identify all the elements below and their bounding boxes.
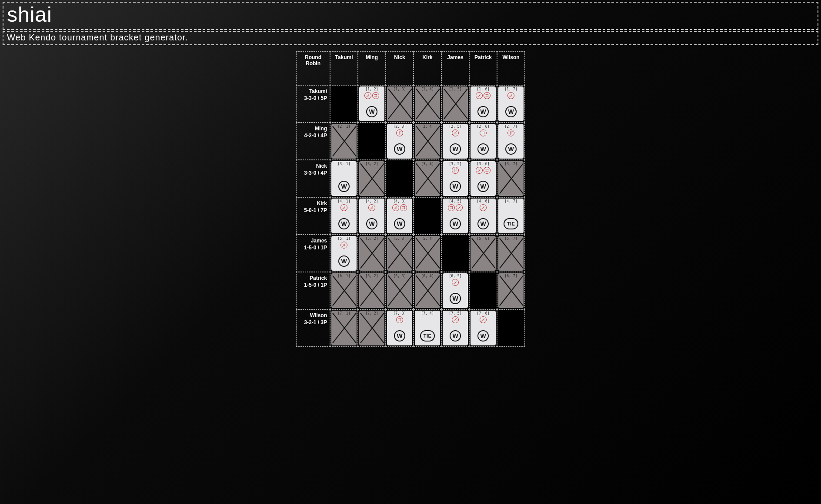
- result-badge: W: [338, 255, 350, 267]
- match-cell[interactable]: [4, 2]メW: [358, 197, 386, 235]
- match-coord: [5, 6]: [477, 237, 490, 241]
- match-cell[interactable]: [6, 2]: [358, 272, 386, 309]
- match-coord: [1, 6]: [477, 87, 490, 91]
- points-row: ド: [507, 129, 514, 137]
- match-cell[interactable]: [3, 7]: [497, 160, 525, 197]
- points-row: メ: [368, 204, 375, 212]
- match-cell[interactable]: [7, 2]: [358, 309, 386, 347]
- match-cell[interactable]: [3, 6]メコW: [469, 160, 497, 197]
- result-badge: W: [450, 330, 461, 342]
- match-cell[interactable]: [4, 1]メW: [330, 197, 358, 235]
- result-badge: W: [394, 218, 405, 229]
- match-cell[interactable]: [5, 3]: [386, 235, 414, 272]
- result-badge: W: [338, 218, 350, 229]
- points-row: ド: [452, 167, 459, 175]
- match-cell[interactable]: [6, 7]: [497, 272, 525, 309]
- match-cell[interactable]: [5, 7]: [497, 235, 525, 272]
- match-cell[interactable]: [5, 2]: [358, 235, 386, 272]
- match-cell[interactable]: [7, 6]メW: [469, 309, 497, 347]
- result-badge: W: [450, 181, 461, 192]
- point-badge: コ: [372, 92, 379, 99]
- result-badge: W: [338, 181, 350, 192]
- points-row: メ: [452, 279, 459, 287]
- point-badge: メ: [480, 204, 487, 211]
- col-header: Kirk: [414, 51, 441, 85]
- match-cell[interactable]: [4, 5]コメW: [441, 197, 469, 235]
- match-cell[interactable]: [2, 4]: [414, 123, 441, 160]
- match-coord: [4, 6]: [477, 199, 490, 203]
- match-cell[interactable]: [3, 1]W: [330, 160, 358, 197]
- match-cell[interactable]: [6, 1]: [330, 272, 358, 309]
- match-coord: [5, 7]: [505, 237, 517, 241]
- match-coord: [6, 4]: [421, 274, 434, 278]
- match-coord: [5, 1]: [338, 237, 350, 241]
- match-cell[interactable]: [1, 7]メW: [497, 85, 525, 123]
- match-cell[interactable]: [6, 5]メW: [441, 272, 469, 309]
- point-badge: コ: [396, 316, 403, 323]
- point-badge: メ: [340, 204, 347, 211]
- match-coord: [6, 7]: [505, 274, 517, 278]
- diagonal-cell: [358, 123, 386, 160]
- row-header: Patrick1-5-0 / 1P: [296, 272, 330, 309]
- match-coord: [7, 1]: [338, 312, 350, 315]
- match-coord: [3, 2]: [366, 162, 378, 166]
- match-cell[interactable]: [5, 4]: [414, 235, 441, 272]
- diagonal-cell: [497, 309, 525, 347]
- diagonal-cell: [469, 272, 497, 309]
- points-row: メコ: [392, 204, 407, 212]
- match-coord: [3, 5]: [449, 162, 462, 166]
- match-cell[interactable]: [2, 6]コW: [469, 123, 497, 160]
- match-cell[interactable]: [2, 3]ドW: [386, 123, 414, 160]
- match-cell[interactable]: [5, 6]: [469, 235, 497, 272]
- points-row: コ: [396, 316, 403, 324]
- match-cell[interactable]: [3, 4]: [414, 160, 441, 197]
- point-badge: メ: [452, 279, 459, 286]
- app-subtitle: Web Kendo tournament bracket generator.: [3, 31, 818, 45]
- match-coord: [3, 7]: [505, 162, 517, 166]
- point-badge: コ: [484, 167, 491, 174]
- bracket-container: RoundRobinTakumiMingNickKirkJamesPatrick…: [0, 49, 821, 347]
- row-header: Wilson3-2-1 / 3P: [296, 309, 330, 347]
- match-cell[interactable]: [1, 6]メコW: [469, 85, 497, 123]
- point-badge: メ: [480, 316, 487, 323]
- result-badge: W: [505, 106, 517, 117]
- match-cell[interactable]: [5, 1]メW: [330, 235, 358, 272]
- match-cell[interactable]: [2, 1]: [330, 123, 358, 160]
- points-row: メ: [340, 204, 347, 212]
- match-cell[interactable]: [7, 1]: [330, 309, 358, 347]
- match-cell[interactable]: [2, 7]ドW: [497, 123, 525, 160]
- match-cell[interactable]: [2, 5]メW: [441, 123, 469, 160]
- match-cell[interactable]: [7, 3]コW: [386, 309, 414, 347]
- match-cell[interactable]: [3, 5]ドW: [441, 160, 469, 197]
- point-badge: コ: [448, 204, 455, 211]
- match-cell[interactable]: [6, 3]: [386, 272, 414, 309]
- point-badge: ド: [507, 129, 514, 136]
- match-cell[interactable]: [1, 2]メコW: [358, 85, 386, 123]
- match-cell[interactable]: [1, 4]: [414, 85, 441, 123]
- points-row: メ: [507, 92, 514, 100]
- match-coord: [1, 2]: [366, 87, 378, 91]
- col-header: Ming: [358, 51, 386, 85]
- match-cell[interactable]: [1, 3]: [386, 85, 414, 123]
- match-cell[interactable]: [7, 5]メW: [441, 309, 469, 347]
- match-cell[interactable]: [3, 2]: [358, 160, 386, 197]
- points-row: メ: [452, 316, 459, 324]
- col-header: Takumi: [330, 51, 358, 85]
- row-header: Kirk5-0-1 / 7P: [296, 197, 330, 235]
- match-coord: [1, 7]: [505, 87, 517, 91]
- point-badge: ド: [396, 129, 403, 136]
- match-cell[interactable]: [7, 4]TIE: [414, 309, 441, 347]
- points-row: メ: [480, 316, 487, 324]
- match-cell[interactable]: [1, 5]: [441, 85, 469, 123]
- point-badge: メ: [456, 204, 463, 211]
- match-coord: [7, 5]: [449, 312, 462, 315]
- match-coord: [6, 2]: [366, 274, 378, 278]
- row-header: Ming4-2-0 / 4P: [296, 123, 330, 160]
- match-coord: [6, 1]: [338, 274, 350, 278]
- match-cell[interactable]: [6, 4]: [414, 272, 441, 309]
- match-cell[interactable]: [4, 7]TIE: [497, 197, 525, 235]
- col-header: Patrick: [469, 51, 497, 85]
- match-cell[interactable]: [4, 6]メW: [469, 197, 497, 235]
- match-coord: [6, 5]: [449, 274, 462, 278]
- match-cell[interactable]: [4, 3]メコW: [386, 197, 414, 235]
